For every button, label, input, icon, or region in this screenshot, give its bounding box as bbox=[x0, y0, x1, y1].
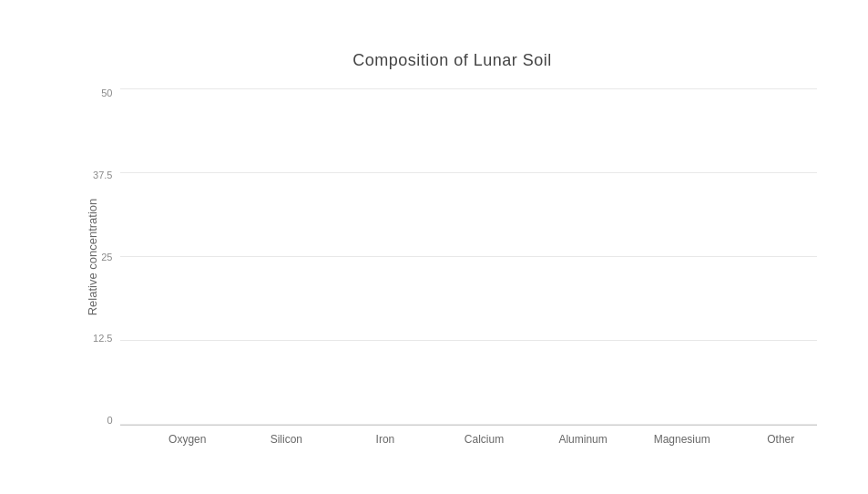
x-label-silicon: Silicon bbox=[237, 426, 336, 446]
y-tick: 50 bbox=[101, 88, 112, 98]
x-label-other: Other bbox=[731, 426, 831, 446]
y-tick: 0 bbox=[107, 416, 112, 426]
y-tick: 37.5 bbox=[93, 170, 112, 180]
chart-container: Composition of Lunar Soil Relative conce… bbox=[15, 15, 853, 479]
y-tick: 12.5 bbox=[93, 334, 112, 344]
x-label-calcium: Calcium bbox=[434, 426, 534, 446]
bars-wrapper bbox=[120, 88, 817, 425]
x-label-iron: Iron bbox=[336, 426, 435, 446]
chart-title: Composition of Lunar Soil bbox=[88, 51, 817, 70]
x-label-aluminum: Aluminum bbox=[534, 426, 633, 446]
plot-area bbox=[120, 88, 817, 426]
x-label-oxygen: Oxygen bbox=[138, 426, 238, 446]
x-label-magnesium: Magnesium bbox=[632, 426, 731, 446]
y-axis-label: Relative concentration bbox=[85, 199, 98, 316]
x-axis-labels: OxygenSiliconIronCalciumAluminumMagnesiu… bbox=[120, 426, 849, 446]
y-tick: 25 bbox=[101, 252, 112, 262]
chart-area: Relative concentration 5037.52512.50 bbox=[88, 88, 817, 426]
